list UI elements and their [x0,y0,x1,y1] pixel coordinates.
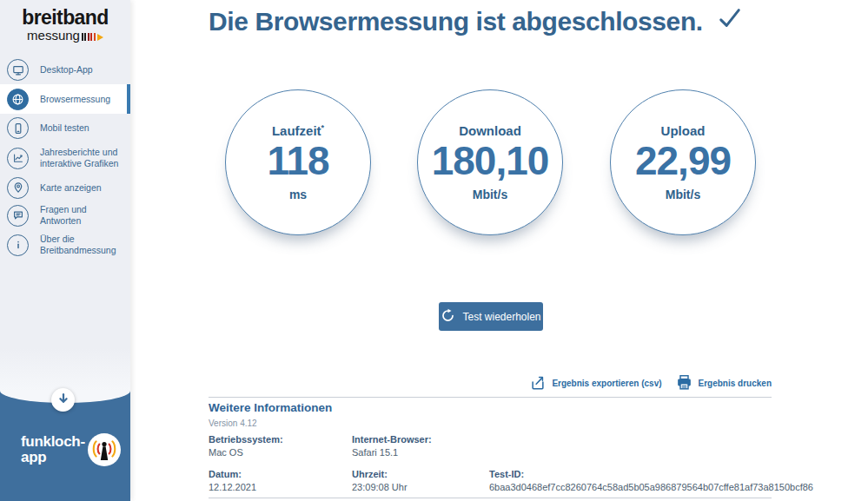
field-value: Safari 15.1 [352,447,432,458]
repeat-test-label: Test wiederholen [462,311,540,323]
result-label: Download [459,123,521,138]
logo-text-messung-row: messung [0,29,130,42]
logo-text-messung: messung [27,29,80,42]
page-title-text: Die Browsermessung ist abgeschlossen. [209,7,703,36]
sidebar-item-mobil-testen[interactable]: Mobil testen [0,114,130,142]
field-label: Test-ID: [489,469,813,479]
field-label: Betriebssystem: [209,434,283,445]
print-label: Ergebnis drucken [699,379,772,388]
result-circle-laufzeit: Laufzeit* 118 ms [225,89,371,235]
sidebar-fade [0,349,130,391]
signal-bars-icon [82,33,96,41]
field-value: Mac OS [209,447,283,458]
app-logo: breitband messung [0,0,130,56]
result-circle-download: Download 180,10 Mbit/s [417,89,563,235]
sidebar-item-label: Mobil testen [40,122,89,134]
export-icon [530,375,546,392]
sidebar-item-label: Desktop-App [40,64,93,76]
refresh-icon [441,308,455,326]
sidebar-item-browsermessung[interactable]: Browsermessung [0,84,130,114]
result-actions: Ergebnis exportieren (csv) Ergebnis druc… [530,374,772,392]
smartphone-icon [7,117,29,139]
divider [209,498,772,498]
result-label: Upload [661,123,706,138]
field-value: 12.12.2021 [209,482,256,492]
print-link[interactable]: Ergebnis drucken [676,374,772,392]
sidebar-item-fragen-antworten[interactable]: Fragen und Antworten [0,201,130,229]
page-title: Die Browsermessung ist abgeschlossen. [209,6,742,36]
down-arrow-icon [56,392,70,409]
sidebar-item-ueber-breitbandmessung[interactable]: Über die Breitbandmessung [0,229,130,260]
arrow-right-icon [97,34,103,41]
field-label: Internet-Browser: [352,434,432,445]
monitor-icon [7,59,29,81]
field-label: Datum: [209,469,256,479]
field-browser: Internet-Browser: Safari 15.1 [352,434,432,458]
logo-text-breitband: breitband [0,8,130,28]
sidebar-menu: Desktop-App Browsermessung Mobil testen [0,56,130,260]
checkmark-icon [718,6,742,36]
main-content: Die Browsermessung ist abgeschlossen. La… [130,0,868,501]
printer-icon [676,374,692,392]
divider [209,397,772,398]
field-time: Uhrzeit: 23:09:08 Uhr [352,469,407,492]
chart-icon [7,148,29,169]
export-csv-link[interactable]: Ergebnis exportieren (csv) [530,375,661,392]
info-heading: Weitere Informationen [209,401,332,414]
sidebar-item-label: Fragen und Antworten [40,204,125,226]
result-unit: Mbit/s [473,188,507,201]
repeat-test-button[interactable]: Test wiederholen [439,302,543,331]
field-os: Betriebssystem: Mac OS [209,434,283,458]
sidebar-item-desktop-app[interactable]: Desktop-App [0,56,130,84]
field-testid: Test-ID: 6baa3d0468ef7cc8260764c58ad5b05… [489,469,813,492]
app-window: breitband messung Desktop-App [0,0,868,501]
result-unit: ms [289,188,307,201]
export-csv-label: Ergebnis exportieren (csv) [552,379,661,388]
sidebar-item-label: Jahresberichte und interaktive Grafiken [40,147,125,168]
sidebar-item-label: Browsermessung [40,94,110,105]
sidebar-item-label: Über die Breitbandmessung [40,234,125,255]
scroll-down-button[interactable] [51,388,75,412]
globe-icon [7,89,29,110]
result-value: 118 [267,140,328,181]
result-value: 22,99 [635,140,731,181]
field-value: 23:09:08 Uhr [352,482,407,492]
sidebar-item-jahresberichte[interactable]: Jahresberichte und interaktive Grafiken [0,142,130,174]
chat-icon [7,205,29,227]
antenna-icon [88,433,121,466]
field-date: Datum: 12.12.2021 [209,469,256,492]
version-text: Version 4.12 [209,419,257,428]
field-value: 6baa3d0468ef7cc8260764c58ad5b05a98687956… [489,482,813,492]
sidebar-item-karte-anzeigen[interactable]: Karte anzeigen [0,174,130,201]
result-label: Laufzeit* [272,123,324,138]
sidebar-item-label: Karte anzeigen [40,182,102,194]
result-value: 180,10 [432,140,549,181]
map-pin-icon [7,177,29,199]
field-label: Uhrzeit: [352,469,407,479]
funkloch-app-banner[interactable]: funkloch- app [0,433,130,466]
sidebar: breitband messung Desktop-App [0,0,130,501]
info-icon [7,234,29,256]
result-unit: Mbit/s [666,188,700,201]
funkloch-app-label: funkloch- app [21,434,85,466]
result-circle-upload: Upload 22,99 Mbit/s [610,89,756,235]
